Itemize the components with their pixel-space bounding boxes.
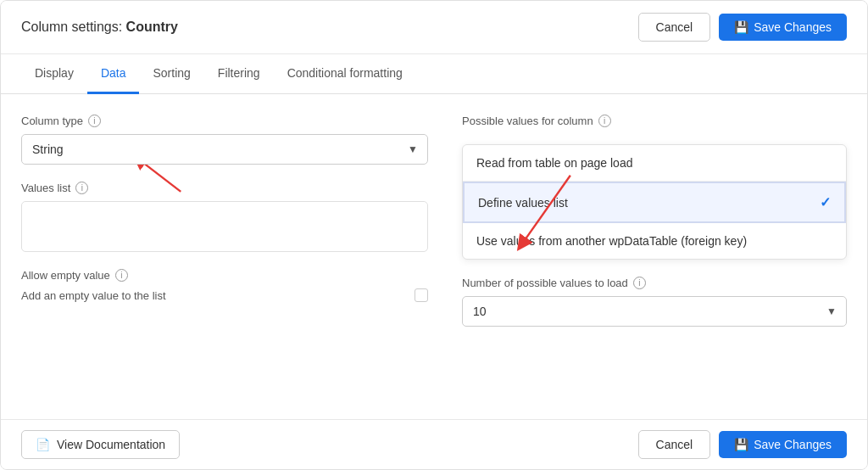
save-icon: 💾 bbox=[734, 20, 748, 34]
allow-empty-label: Allow empty value i bbox=[21, 269, 428, 282]
column-type-info-icon[interactable]: i bbox=[88, 115, 101, 127]
content-area: Column type i String ▼ Values list i bbox=[1, 94, 867, 419]
allow-empty-group: Allow empty value i Add an empty value t… bbox=[21, 269, 428, 302]
checkmark-icon: ✓ bbox=[820, 194, 831, 210]
footer-cancel-button[interactable]: Cancel bbox=[638, 430, 711, 459]
footer-actions: Cancel 💾 Save Changes bbox=[638, 430, 847, 459]
page-wrapper: Column settings: Country Cancel 💾 Save C… bbox=[0, 0, 868, 470]
title-bold: Country bbox=[126, 20, 178, 34]
dropdown-item-use-from-another-label: Use values from another wpDataTable (for… bbox=[476, 234, 747, 248]
dropdown-item-define-values-label: Define values list bbox=[478, 196, 568, 210]
footer: 📄 View Documentation Cancel 💾 Save Chang… bbox=[1, 419, 867, 469]
num-values-label-text: Number of possible values to load bbox=[462, 277, 628, 289]
column-type-select-wrapper: String ▼ bbox=[21, 134, 428, 165]
right-column: Possible values for column i Read from t… bbox=[462, 115, 847, 399]
left-column: Column type i String ▼ Values list i bbox=[21, 115, 428, 399]
footer-save-button[interactable]: 💾 Save Changes bbox=[719, 431, 847, 458]
values-list-label-text: Values list bbox=[21, 182, 70, 194]
dropdown-item-use-from-another[interactable]: Use values from another wpDataTable (for… bbox=[463, 223, 846, 259]
tab-conditional-formatting[interactable]: Conditional formatting bbox=[274, 54, 416, 94]
dropdown-item-read-from-table[interactable]: Read from table on page load bbox=[463, 145, 846, 182]
footer-save-label: Save Changes bbox=[754, 438, 832, 451]
tab-data[interactable]: Data bbox=[87, 54, 140, 94]
page-title: Column settings: Country bbox=[21, 20, 178, 35]
tab-display[interactable]: Display bbox=[21, 54, 87, 94]
dropdown-item-define-values[interactable]: Define values list ✓ bbox=[463, 182, 846, 223]
docs-icon: 📄 bbox=[36, 438, 50, 451]
column-type-label-text: Column type bbox=[21, 115, 83, 127]
docs-label: View Documentation bbox=[57, 438, 165, 451]
possible-values-label: Possible values for column i bbox=[462, 115, 847, 127]
dropdown-item-read-from-table-label: Read from table on page load bbox=[476, 156, 632, 170]
footer-save-icon: 💾 bbox=[734, 438, 748, 451]
header-actions: Cancel 💾 Save Changes bbox=[638, 13, 847, 42]
values-list-textarea[interactable] bbox=[21, 201, 428, 252]
tabs-bar: Display Data Sorting Filtering Condition… bbox=[1, 54, 867, 94]
allow-empty-label-text: Allow empty value bbox=[21, 269, 110, 282]
values-list-info-icon[interactable]: i bbox=[75, 182, 88, 194]
possible-values-label-text: Possible values for column bbox=[462, 115, 593, 127]
possible-values-dropdown: Read from table on page load Define valu… bbox=[462, 144, 847, 260]
possible-values-info-icon[interactable]: i bbox=[598, 115, 611, 127]
tab-filtering[interactable]: Filtering bbox=[204, 54, 274, 94]
values-list-label: Values list i bbox=[21, 182, 428, 194]
num-values-label: Number of possible values to load i bbox=[462, 277, 847, 289]
column-type-label: Column type i bbox=[21, 115, 428, 127]
title-prefix: Column settings: bbox=[21, 20, 126, 34]
num-values-select-wrapper: 10 25 50 100 All ▼ bbox=[462, 296, 847, 327]
header-save-button[interactable]: 💾 Save Changes bbox=[719, 14, 847, 41]
num-values-select[interactable]: 10 25 50 100 All bbox=[462, 296, 847, 327]
column-type-select[interactable]: String bbox=[21, 134, 428, 165]
num-values-info-icon[interactable]: i bbox=[633, 277, 646, 289]
allow-empty-info-icon[interactable]: i bbox=[115, 269, 128, 282]
header-save-label: Save Changes bbox=[754, 20, 832, 34]
tab-sorting[interactable]: Sorting bbox=[139, 54, 203, 94]
num-values-group: Number of possible values to load i 10 2… bbox=[462, 277, 847, 327]
header-cancel-button[interactable]: Cancel bbox=[638, 13, 711, 42]
header: Column settings: Country Cancel 💾 Save C… bbox=[1, 1, 867, 54]
allow-empty-row: Add an empty value to the list bbox=[21, 288, 428, 302]
allow-empty-checkbox-label: Add an empty value to the list bbox=[21, 289, 404, 302]
column-type-group: Column type i String ▼ bbox=[21, 115, 428, 165]
view-documentation-button[interactable]: 📄 View Documentation bbox=[21, 430, 180, 459]
values-list-group: Values list i bbox=[21, 182, 428, 252]
allow-empty-checkbox[interactable] bbox=[415, 288, 428, 302]
